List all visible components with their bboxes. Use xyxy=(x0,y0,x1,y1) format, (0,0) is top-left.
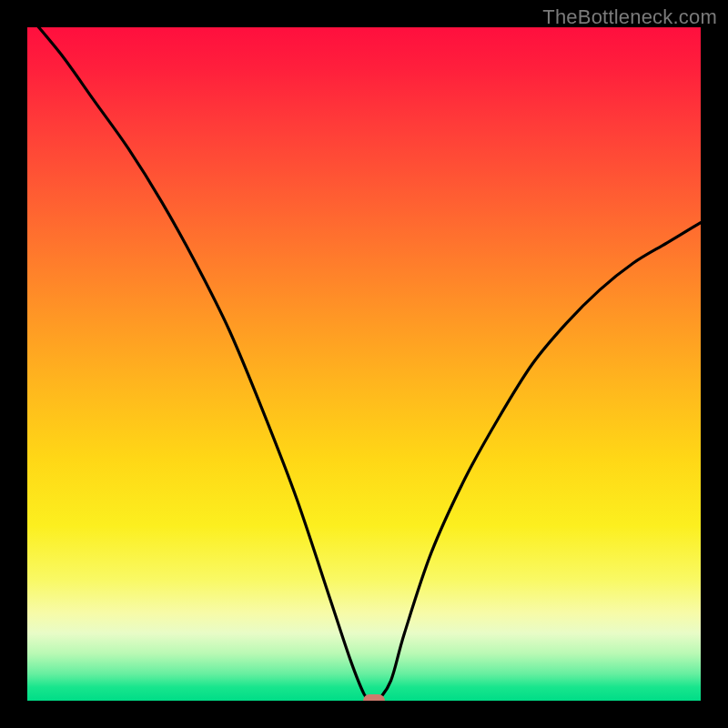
optimum-marker xyxy=(363,694,385,701)
chart-frame: TheBottleneck.com xyxy=(0,0,728,728)
bottleneck-curve xyxy=(27,27,701,701)
watermark-text: TheBottleneck.com xyxy=(542,5,717,29)
plot-area xyxy=(27,27,701,701)
